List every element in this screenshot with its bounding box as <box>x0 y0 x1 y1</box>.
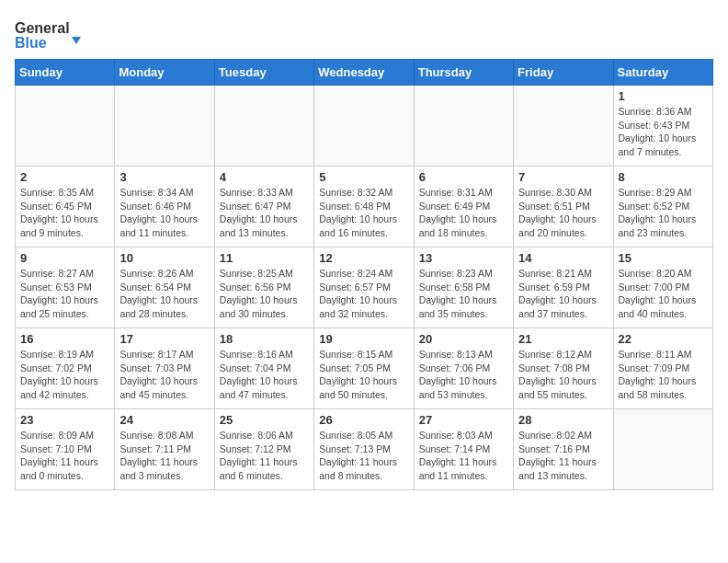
day-info: Sunrise: 8:35 AM Sunset: 6:45 PM Dayligh… <box>20 186 109 240</box>
logo: General Blue <box>15 15 97 52</box>
day-info: Sunrise: 8:13 AM Sunset: 7:06 PM Dayligh… <box>419 348 508 402</box>
calendar-day-cell: 14Sunrise: 8:21 AM Sunset: 6:59 PM Dayli… <box>514 247 613 328</box>
svg-text:General: General <box>15 20 70 36</box>
calendar-day-cell <box>314 86 414 167</box>
page-container: General Blue SundayMondayTuesdayWednesda… <box>0 0 728 498</box>
day-number: 28 <box>518 413 608 427</box>
day-number: 26 <box>319 413 408 427</box>
weekday-header: Tuesday <box>214 60 313 86</box>
day-info: Sunrise: 8:27 AM Sunset: 6:53 PM Dayligh… <box>20 267 109 321</box>
logo-svg: General Blue <box>15 15 97 52</box>
svg-marker-2 <box>72 37 81 44</box>
day-number: 9 <box>20 251 109 265</box>
weekday-header: Friday <box>514 60 613 86</box>
calendar-day-cell <box>613 409 712 490</box>
day-info: Sunrise: 8:26 AM Sunset: 6:54 PM Dayligh… <box>119 267 209 321</box>
day-info: Sunrise: 8:32 AM Sunset: 6:48 PM Dayligh… <box>319 186 408 240</box>
day-number: 1 <box>619 89 708 103</box>
day-info: Sunrise: 8:24 AM Sunset: 6:57 PM Dayligh… <box>319 267 408 321</box>
day-number: 8 <box>619 170 708 184</box>
day-number: 17 <box>119 332 209 346</box>
day-number: 27 <box>419 413 508 427</box>
day-number: 3 <box>119 170 209 184</box>
day-info: Sunrise: 8:17 AM Sunset: 7:03 PM Dayligh… <box>119 348 209 402</box>
calendar-day-cell: 26Sunrise: 8:05 AM Sunset: 7:13 PM Dayli… <box>314 409 414 490</box>
calendar-day-cell: 25Sunrise: 8:06 AM Sunset: 7:12 PM Dayli… <box>214 409 313 490</box>
day-number: 18 <box>220 332 309 346</box>
day-info: Sunrise: 8:33 AM Sunset: 6:47 PM Dayligh… <box>220 186 309 240</box>
calendar-week-row: 9Sunrise: 8:27 AM Sunset: 6:53 PM Daylig… <box>16 247 713 328</box>
calendar-day-cell: 7Sunrise: 8:30 AM Sunset: 6:51 PM Daylig… <box>514 167 613 247</box>
calendar-day-cell <box>16 86 115 167</box>
weekday-header: Wednesday <box>314 60 414 86</box>
calendar-day-cell <box>514 86 613 167</box>
day-number: 2 <box>20 170 109 184</box>
day-info: Sunrise: 8:09 AM Sunset: 7:10 PM Dayligh… <box>20 429 109 483</box>
day-info: Sunrise: 8:34 AM Sunset: 6:46 PM Dayligh… <box>119 186 209 240</box>
svg-text:Blue: Blue <box>15 35 47 51</box>
day-number: 5 <box>319 170 408 184</box>
day-number: 12 <box>319 251 408 265</box>
day-info: Sunrise: 8:05 AM Sunset: 7:13 PM Dayligh… <box>319 429 408 483</box>
calendar-day-cell: 1Sunrise: 8:36 AM Sunset: 6:43 PM Daylig… <box>613 86 712 167</box>
calendar-day-cell: 19Sunrise: 8:15 AM Sunset: 7:05 PM Dayli… <box>314 328 414 409</box>
day-info: Sunrise: 8:30 AM Sunset: 6:51 PM Dayligh… <box>518 186 608 240</box>
weekday-header: Sunday <box>16 60 115 86</box>
weekday-header: Saturday <box>613 60 712 86</box>
day-info: Sunrise: 8:31 AM Sunset: 6:49 PM Dayligh… <box>419 186 508 240</box>
day-info: Sunrise: 8:12 AM Sunset: 7:08 PM Dayligh… <box>518 348 608 402</box>
day-info: Sunrise: 8:21 AM Sunset: 6:59 PM Dayligh… <box>518 267 608 321</box>
day-number: 4 <box>220 170 309 184</box>
calendar-week-row: 23Sunrise: 8:09 AM Sunset: 7:10 PM Dayli… <box>16 409 713 490</box>
day-info: Sunrise: 8:06 AM Sunset: 7:12 PM Dayligh… <box>220 429 309 483</box>
day-info: Sunrise: 8:36 AM Sunset: 6:43 PM Dayligh… <box>619 105 708 159</box>
day-info: Sunrise: 8:19 AM Sunset: 7:02 PM Dayligh… <box>20 348 109 402</box>
day-info: Sunrise: 8:11 AM Sunset: 7:09 PM Dayligh… <box>619 348 708 402</box>
calendar-day-cell: 23Sunrise: 8:09 AM Sunset: 7:10 PM Dayli… <box>16 409 115 490</box>
calendar-day-cell: 8Sunrise: 8:29 AM Sunset: 6:52 PM Daylig… <box>613 167 712 247</box>
calendar-day-cell: 6Sunrise: 8:31 AM Sunset: 6:49 PM Daylig… <box>414 167 513 247</box>
calendar-day-cell: 16Sunrise: 8:19 AM Sunset: 7:02 PM Dayli… <box>16 328 115 409</box>
day-info: Sunrise: 8:16 AM Sunset: 7:04 PM Dayligh… <box>220 348 309 402</box>
calendar-day-cell <box>115 86 214 167</box>
day-number: 21 <box>518 332 608 346</box>
day-info: Sunrise: 8:02 AM Sunset: 7:16 PM Dayligh… <box>518 429 608 483</box>
day-number: 15 <box>619 251 708 265</box>
calendar-day-cell: 15Sunrise: 8:20 AM Sunset: 7:00 PM Dayli… <box>613 247 712 328</box>
day-number: 16 <box>20 332 109 346</box>
day-number: 20 <box>419 332 508 346</box>
day-number: 24 <box>119 413 209 427</box>
day-number: 6 <box>419 170 508 184</box>
weekday-header: Thursday <box>414 60 513 86</box>
day-number: 14 <box>518 251 608 265</box>
calendar-table: SundayMondayTuesdayWednesdayThursdayFrid… <box>15 59 713 490</box>
day-number: 25 <box>220 413 309 427</box>
calendar-header-row: SundayMondayTuesdayWednesdayThursdayFrid… <box>16 60 713 86</box>
day-info: Sunrise: 8:20 AM Sunset: 7:00 PM Dayligh… <box>619 267 708 321</box>
calendar-day-cell: 24Sunrise: 8:08 AM Sunset: 7:11 PM Dayli… <box>115 409 214 490</box>
calendar-day-cell: 2Sunrise: 8:35 AM Sunset: 6:45 PM Daylig… <box>16 167 115 247</box>
calendar-day-cell: 3Sunrise: 8:34 AM Sunset: 6:46 PM Daylig… <box>115 167 214 247</box>
calendar-day-cell: 4Sunrise: 8:33 AM Sunset: 6:47 PM Daylig… <box>214 167 313 247</box>
calendar-day-cell: 17Sunrise: 8:17 AM Sunset: 7:03 PM Dayli… <box>115 328 214 409</box>
day-number: 7 <box>518 170 608 184</box>
calendar-day-cell: 22Sunrise: 8:11 AM Sunset: 7:09 PM Dayli… <box>613 328 712 409</box>
calendar-day-cell: 11Sunrise: 8:25 AM Sunset: 6:56 PM Dayli… <box>214 247 313 328</box>
calendar-week-row: 2Sunrise: 8:35 AM Sunset: 6:45 PM Daylig… <box>16 167 713 247</box>
calendar-day-cell: 12Sunrise: 8:24 AM Sunset: 6:57 PM Dayli… <box>314 247 414 328</box>
day-number: 23 <box>20 413 109 427</box>
calendar-day-cell: 10Sunrise: 8:26 AM Sunset: 6:54 PM Dayli… <box>115 247 214 328</box>
day-info: Sunrise: 8:15 AM Sunset: 7:05 PM Dayligh… <box>319 348 408 402</box>
calendar-day-cell <box>414 86 513 167</box>
day-info: Sunrise: 8:29 AM Sunset: 6:52 PM Dayligh… <box>619 186 708 240</box>
day-info: Sunrise: 8:25 AM Sunset: 6:56 PM Dayligh… <box>220 267 309 321</box>
calendar-week-row: 16Sunrise: 8:19 AM Sunset: 7:02 PM Dayli… <box>16 328 713 409</box>
day-number: 19 <box>319 332 408 346</box>
calendar-day-cell: 28Sunrise: 8:02 AM Sunset: 7:16 PM Dayli… <box>514 409 613 490</box>
day-number: 13 <box>419 251 508 265</box>
calendar-day-cell <box>214 86 313 167</box>
calendar-day-cell: 27Sunrise: 8:03 AM Sunset: 7:14 PM Dayli… <box>414 409 513 490</box>
day-number: 10 <box>119 251 209 265</box>
calendar-day-cell: 18Sunrise: 8:16 AM Sunset: 7:04 PM Dayli… <box>214 328 313 409</box>
calendar-day-cell: 9Sunrise: 8:27 AM Sunset: 6:53 PM Daylig… <box>16 247 115 328</box>
